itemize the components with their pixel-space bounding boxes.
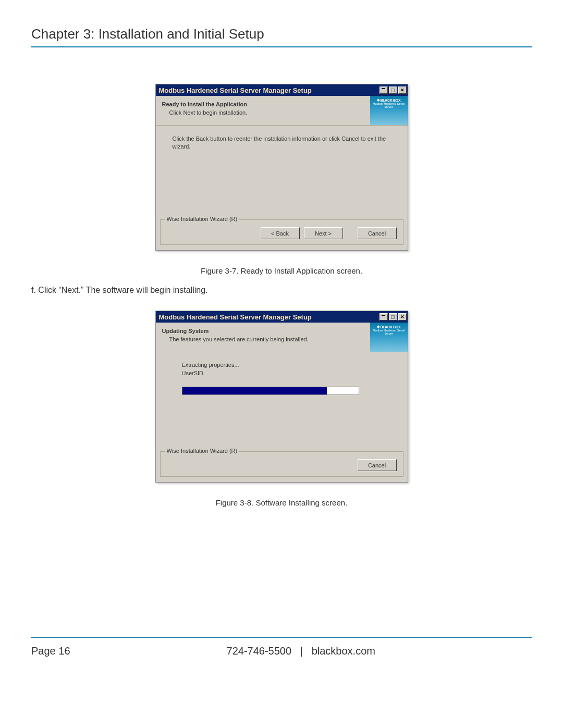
header-title: Ready to Install the Application: [162, 101, 364, 107]
maximize-icon: [389, 87, 397, 94]
footer-sep: |: [300, 645, 303, 657]
diamond-icon: ◈: [377, 98, 380, 102]
maximize-icon: [389, 313, 397, 320]
page-footer: Page 16 724-746-5500 | blackbox.com: [31, 645, 532, 657]
cancel-button[interactable]: Cancel: [358, 459, 397, 471]
minimize-icon[interactable]: [380, 313, 388, 320]
progress-fill: [182, 387, 327, 394]
body-step-text: f. Click “Next.” The software will begin…: [31, 286, 532, 295]
diamond-icon: ◈: [377, 325, 380, 329]
figure-caption-2: Figure 3-8. Software Installing screen.: [31, 498, 532, 507]
brand-sub: Modbus Hardened Serial Server: [370, 103, 408, 108]
header-subtitle: Click Next to begin installation.: [162, 109, 364, 116]
brand-name: BLACK BOX: [380, 98, 400, 102]
header-title: Updating System: [162, 328, 364, 334]
brand-sub: Modbus Hardened Serial Server: [370, 329, 408, 335]
close-icon[interactable]: ✕: [398, 313, 407, 320]
progress-item: UserSID: [182, 370, 396, 376]
fieldset-legend: Wise Installation Wizard (R): [165, 448, 240, 454]
window-title: Modbus Hardened Serial Server Manager Se…: [159, 87, 378, 94]
page-number: Page 16: [31, 645, 70, 657]
titlebar: Modbus Hardened Serial Server Manager Se…: [156, 311, 408, 323]
chapter-heading: Chapter 3: Installation and Initial Setu…: [31, 26, 532, 47]
header-subtitle: The features you selected are currently …: [162, 336, 364, 342]
brand-name: BLACK BOX: [380, 325, 400, 329]
dialog-header: Updating System The features you selecte…: [156, 323, 408, 352]
window-title: Modbus Hardened Serial Server Manager Se…: [159, 313, 378, 321]
progress-bar: [182, 387, 359, 395]
installer-dialog-updating: Modbus Hardened Serial Server Manager Se…: [155, 311, 408, 483]
back-button[interactable]: < Back: [261, 227, 300, 239]
brand-logo: ◈BLACK BOX Modbus Hardened Serial Server: [370, 96, 408, 125]
installer-dialog-ready: Modbus Hardened Serial Server Manager Se…: [155, 84, 408, 251]
fieldset-legend: Wise Installation Wizard (R): [165, 216, 240, 222]
titlebar: Modbus Hardened Serial Server Manager Se…: [156, 84, 408, 96]
footer-rule: [31, 637, 532, 638]
figure-caption-1: Figure 3-7. Ready to Install Application…: [31, 266, 532, 275]
dialog-content: Extracting properties... UserSID: [156, 352, 408, 451]
instruction-text: Click the Back button to reenter the ins…: [173, 135, 396, 151]
minimize-icon[interactable]: [380, 87, 388, 94]
footer-phone: 724-746-5500: [227, 645, 292, 657]
cancel-button[interactable]: Cancel: [358, 227, 397, 239]
dialog-header: Ready to Install the Application Click N…: [156, 96, 408, 126]
dialog-content: Click the Back button to reenter the ins…: [156, 126, 408, 219]
brand-logo: ◈BLACK BOX Modbus Hardened Serial Server: [370, 323, 408, 352]
progress-label: Extracting properties...: [182, 362, 396, 368]
wizard-fieldset: Wise Installation Wizard (R) Cancel: [160, 451, 403, 477]
next-button[interactable]: Next >: [304, 227, 343, 239]
footer-site: blackbox.com: [312, 645, 375, 657]
close-icon[interactable]: ✕: [398, 87, 407, 94]
wizard-fieldset: Wise Installation Wizard (R) < Back Next…: [160, 219, 403, 245]
